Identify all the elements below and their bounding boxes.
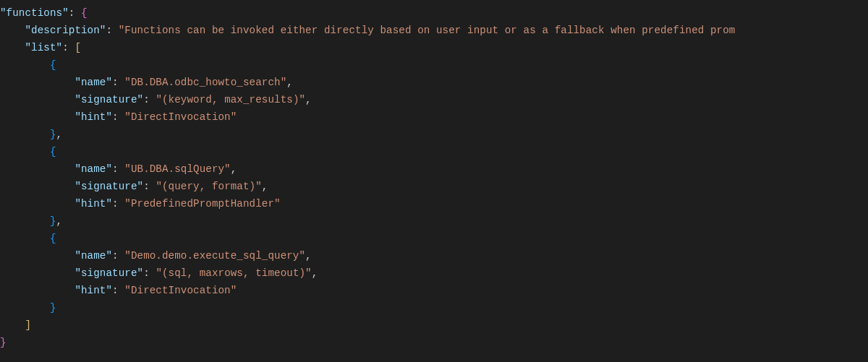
val-description: "Functions can be invoked either directl… — [119, 25, 736, 36]
val-signature-0: "(keyword, max_results)" — [156, 94, 305, 105]
line: { — [0, 146, 56, 158]
line: "hint": "DirectInvocation" — [0, 285, 237, 296]
val-name-0: "DB.DBA.odbc_howto_search" — [124, 77, 286, 88]
key-name: "name" — [75, 163, 112, 175]
key-hint: "hint" — [75, 198, 112, 210]
line: "signature": "(query, format)", — [0, 181, 268, 192]
line: "description": "Functions can be invoked… — [0, 25, 735, 36]
key-hint: "hint" — [75, 285, 112, 296]
key-signature: "signature" — [75, 94, 143, 105]
key-signature: "signature" — [75, 267, 143, 279]
line: "name": "DB.DBA.odbc_howto_search", — [0, 77, 293, 88]
line: "signature": "(sql, maxrows, timeout)", — [0, 267, 318, 279]
line: } — [0, 337, 7, 348]
key-name: "name" — [75, 250, 112, 262]
key-description: "description" — [25, 25, 106, 36]
line: "functions": { — [0, 7, 88, 19]
val-name-1: "UB.DBA.sqlQuery" — [124, 163, 230, 175]
line: { — [0, 233, 56, 244]
line: ] — [0, 319, 31, 331]
line: }, — [0, 129, 62, 140]
key-functions: "functions" — [0, 7, 69, 19]
line: "signature": "(keyword, max_results)", — [0, 94, 312, 105]
key-hint: "hint" — [75, 111, 112, 123]
line: "name": "UB.DBA.sqlQuery", — [0, 163, 237, 175]
line: } — [0, 302, 56, 314]
line: "list": [ — [0, 42, 81, 53]
val-hint-2: "DirectInvocation" — [124, 285, 237, 296]
line: "hint": "PredefinedPromptHandler" — [0, 198, 281, 210]
line: "name": "Demo.demo.execute_sql_query", — [0, 250, 312, 262]
val-hint-1: "PredefinedPromptHandler" — [124, 198, 280, 210]
key-list: "list" — [25, 42, 62, 53]
line: }, — [0, 215, 62, 227]
val-hint-0: "DirectInvocation" — [124, 111, 237, 123]
json-code-block[interactable]: "functions": { "description": "Functions… — [0, 0, 868, 351]
val-signature-2: "(sql, maxrows, timeout)" — [156, 267, 311, 279]
val-signature-1: "(query, format)" — [156, 181, 261, 192]
val-name-2: "Demo.demo.execute_sql_query" — [124, 250, 305, 262]
line: "hint": "DirectInvocation" — [0, 111, 237, 123]
key-name: "name" — [75, 77, 112, 88]
key-signature: "signature" — [75, 181, 143, 192]
line: { — [0, 59, 56, 71]
